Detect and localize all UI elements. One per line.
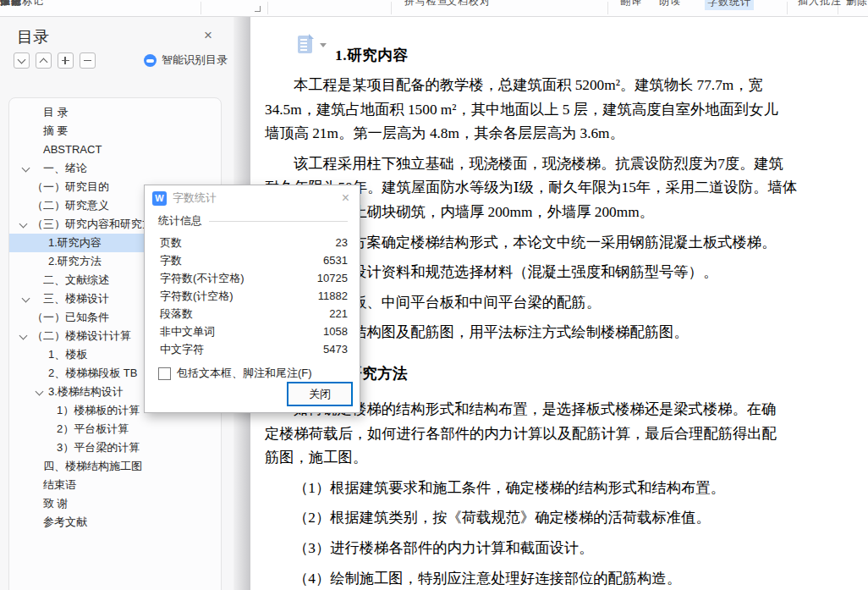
- stat-label: 段落数: [160, 305, 193, 323]
- toolbar-separator: [201, 2, 201, 14]
- toolbar-item-clipped[interactable]: 保护: [0, 0, 22, 8]
- collapse-up-button[interactable]: [36, 52, 52, 69]
- doc-line: 34.5m，建筑占地面积 1500 m²，其中地面以上 5 层，建筑高度自室外地…: [265, 98, 838, 123]
- chevron-down-icon[interactable]: [19, 332, 28, 340]
- toc-item[interactable]: 目 录: [9, 103, 221, 122]
- dialog-body: 统计信息 页数23字数6531字符数(不计空格)10725字符数(计空格)118…: [145, 211, 360, 381]
- stat-label: 字数: [160, 251, 182, 269]
- robot-icon: [144, 54, 157, 67]
- group-rule: [209, 221, 348, 222]
- toc-item-label: ABSTRACT: [43, 143, 102, 156]
- stat-value: 23: [336, 234, 348, 251]
- toolbar-separator: [607, 2, 608, 14]
- toc-item-label: 二、文献综述: [43, 273, 109, 286]
- doc-line: （3）进行楼梯各部件的内力计算和截面设计。: [265, 537, 838, 561]
- ribbon-toolbar: 拼写检查文档校对翻译朗读字数统计插入批注删除修订显示标记审阅接受拒绝比较保护: [0, 0, 868, 17]
- toc-item-label: 一、绪论: [43, 162, 87, 174]
- toc-item-label: 3）平台梁的计算: [57, 441, 140, 454]
- stat-value: 221: [329, 305, 348, 323]
- dialog-close-icon[interactable]: ×: [339, 190, 352, 206]
- stat-row: 字符数(不计空格)10725: [158, 269, 348, 287]
- expand-all-button[interactable]: [58, 52, 74, 69]
- toc-item[interactable]: 参考文献: [9, 513, 221, 532]
- doc-paragraph: 本工程是某项目配备的教学楼，总建筑面积 5200m²。建筑物长 77.7m，宽3…: [265, 74, 838, 146]
- toolbar-item-clipped[interactable]: 插入批注: [798, 0, 842, 8]
- doc-paragraph: （2）根据建筑类别，按《荷载规范》确定楼梯的活荷载标准值。: [265, 506, 838, 531]
- collapse-down-button[interactable]: [14, 52, 30, 69]
- doc-line: 墙顶高 21m。第一层高为 4.8m，其余各层层高为 3.6m。: [265, 122, 838, 146]
- stat-value: 5473: [323, 340, 348, 358]
- toc-item[interactable]: 摘 要: [9, 122, 221, 141]
- group-dialog-launcher-icon[interactable]: [255, 6, 261, 12]
- toc-item-label: 2）平台板计算: [57, 422, 129, 435]
- toc-item-label: 2、楼梯梯段板 TB: [48, 367, 137, 379]
- toc-item-label: （一）已知条件: [32, 311, 109, 323]
- stat-value: 1058: [323, 323, 348, 340]
- sidebar-title: 目录: [17, 26, 49, 48]
- toc-item[interactable]: 一、绪论: [9, 159, 221, 178]
- smart-toc-label: 智能识别目录: [162, 52, 228, 68]
- toc-item-label: 目 录: [43, 106, 69, 119]
- toc-item-label: 结束语: [43, 478, 76, 491]
- chevron-down-icon[interactable]: [22, 164, 30, 173]
- toc-item-label: 1.研究内容: [48, 236, 102, 249]
- doc-line: （4）绘制施工图，特别应注意处理好连接部位的配筋构造。: [265, 567, 838, 590]
- toolbar-separator: [391, 2, 392, 14]
- collapse-all-button[interactable]: [80, 52, 96, 69]
- stat-row: 字符数(计空格)11882: [158, 287, 348, 305]
- stat-value: 10725: [317, 269, 348, 287]
- stat-label: 字符数(不计空格): [160, 269, 244, 287]
- stat-label: 页数: [160, 234, 182, 251]
- toolbar-item-clipped[interactable]: 朗读: [659, 0, 681, 8]
- minus-icon: [84, 60, 91, 61]
- doc-line: 筋图，施工图。: [265, 446, 838, 471]
- dialog-title: 字数统计: [173, 190, 339, 206]
- chevron-down-icon[interactable]: [36, 388, 44, 396]
- toolbar-separator: [267, 2, 268, 14]
- close-button[interactable]: 关闭: [287, 382, 353, 406]
- stat-row: 非中文单词1058: [158, 323, 348, 340]
- chevron-down-icon[interactable]: [19, 220, 28, 229]
- toolbar-item-clipped[interactable]: 翻译: [620, 0, 642, 8]
- toc-item-label: 摘 要: [43, 124, 69, 137]
- stat-row: 字数6531: [158, 251, 348, 269]
- wps-logo-icon: W: [152, 191, 167, 206]
- doc-line: 本工程是某项目配备的教学楼，总建筑面积 5200m²。建筑物长 77.7m，宽: [265, 74, 838, 98]
- toc-item[interactable]: 3）平台梁的计算: [9, 438, 221, 457]
- doc-heading: 1.研究内容: [265, 42, 838, 68]
- stats-rows: 页数23字数6531字符数(不计空格)10725字符数(计空格)11882段落数…: [158, 234, 348, 358]
- doc-line: 该工程采用柱下独立基础，现浇楼面，现浇楼梯。抗震设防烈度为7度。建筑: [265, 152, 838, 177]
- include-footnotes-checkbox[interactable]: [158, 367, 171, 380]
- smart-toc-button[interactable]: 智能识别目录: [144, 52, 228, 68]
- toc-item-label: 参考文献: [43, 516, 87, 528]
- stat-value: 6531: [323, 251, 348, 269]
- doc-paragraph: （1）根据建筑要求和施工条件，确定楼梯的结构形式和结构布置。: [265, 477, 838, 501]
- toc-item[interactable]: 四、楼梯结构施工图: [9, 457, 221, 476]
- toolbar-item-clipped[interactable]: 删除: [846, 0, 868, 8]
- toc-item-label: 三、楼梯设计: [43, 292, 109, 305]
- toc-item-label: （二）楼梯设计计算: [32, 329, 131, 342]
- stats-group-header: 统计信息: [158, 213, 348, 229]
- word-count-dialog: W 字数统计 × 统计信息 页数23字数6531字符数(不计空格)10725字符…: [144, 185, 360, 413]
- doc-line: 定楼梯荷载后，如何进行各部件的内力计算以及配筋计算，最后合理配筋得出配: [265, 422, 838, 447]
- toolbar-item-clipped[interactable]: 文档校对: [447, 0, 491, 8]
- stat-row: 段落数221: [158, 305, 348, 323]
- include-footnotes-label: 包括文本框、脚注和尾注(F): [177, 366, 312, 381]
- dialog-titlebar[interactable]: W 字数统计 ×: [145, 185, 360, 211]
- chevron-down-icon[interactable]: [22, 295, 30, 303]
- toc-item[interactable]: 致 谢: [9, 494, 221, 513]
- stat-row: 中文字符5473: [158, 340, 348, 358]
- toc-item-label: 1）楼梯板的计算: [57, 404, 140, 416]
- toolbar-item-active[interactable]: 字数统计: [705, 0, 754, 10]
- toc-item-label: 2.研究方法: [48, 255, 102, 267]
- stat-label: 字符数(计空格): [160, 287, 233, 305]
- toc-item-label: （一）研究目的: [32, 180, 109, 193]
- chevron-down-icon: [17, 55, 25, 63]
- sidebar-close-icon[interactable]: ×: [204, 27, 212, 44]
- toc-controls: [14, 52, 96, 69]
- toc-item-label: 四、楼梯结构施工图: [43, 460, 142, 472]
- toc-item[interactable]: ABSTRACT: [9, 141, 221, 159]
- toc-item[interactable]: 2）平台板计算: [9, 420, 221, 438]
- toolbar-item-clipped[interactable]: 拼写检查: [404, 0, 448, 8]
- toc-item[interactable]: 结束语: [9, 476, 221, 494]
